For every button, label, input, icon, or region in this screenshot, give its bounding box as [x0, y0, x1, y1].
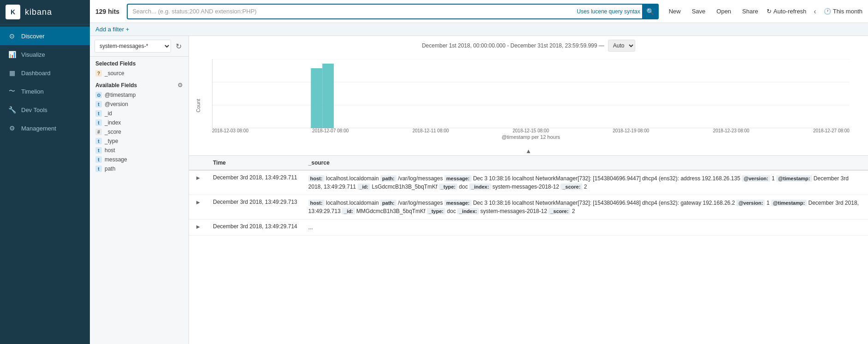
- source-key: path:: [380, 200, 396, 206]
- source-key: message:: [444, 175, 472, 182]
- field-name: _source: [105, 70, 124, 77]
- chart-wrapper: Count: [189, 55, 868, 147]
- field-name: path: [105, 166, 115, 172]
- time-picker-button[interactable]: 🕐 This month: [824, 8, 862, 15]
- kibana-logo-icon: K: [6, 5, 20, 19]
- sidebar-item-label: Timelion: [21, 88, 44, 95]
- chart-collapse-button[interactable]: ▲: [189, 147, 868, 155]
- results-tbody: ▶ December 3rd 2018, 13:49:29.711 host: …: [189, 170, 868, 236]
- x-tick: 2018-12-03 08:00: [212, 128, 248, 133]
- available-fields-title: Available Fields: [95, 82, 137, 89]
- field-item-@timestamp[interactable]: ⊙@timestamp: [90, 90, 189, 100]
- sidebar-item-management[interactable]: ⚙ Management: [0, 119, 90, 137]
- add-filter-button[interactable]: Add a filter +: [95, 26, 129, 33]
- field-item-message[interactable]: tmessage: [90, 155, 189, 164]
- auto-refresh-label: Auto-refresh: [774, 8, 807, 15]
- expand-row-button[interactable]: ▶: [195, 224, 202, 229]
- index-dropdown[interactable]: system-messages-*: [94, 40, 171, 53]
- share-button[interactable]: Share: [739, 6, 761, 17]
- nav-items: ⊙ Discover 📊 Visualize ▦ Dashboard 〜 Tim…: [0, 24, 90, 344]
- source-key: _score:: [561, 184, 582, 190]
- chart-area: December 1st 2018, 00:00:00.000 - Decemb…: [189, 36, 868, 156]
- sidebar-refresh-button[interactable]: ↻: [173, 41, 184, 52]
- expand-col-header: [189, 156, 207, 170]
- main-results: December 1st 2018, 00:00:00.000 - Decemb…: [189, 36, 868, 344]
- field-item-@version[interactable]: t@version: [90, 100, 189, 109]
- source-cell: host: localhost.localdomain path: /var/l…: [303, 170, 868, 195]
- field-type-q-icon: ?: [95, 70, 102, 77]
- source-key: _id:: [342, 208, 355, 214]
- field-item-_id[interactable]: t_id: [90, 109, 189, 118]
- expand-row-button[interactable]: ▶: [195, 200, 202, 205]
- auto-refresh-button[interactable]: ↻ Auto-refresh: [767, 8, 807, 15]
- table-row: ▶ December 3rd 2018, 13:49:29.714 ...: [189, 219, 868, 236]
- time-cell: December 3rd 2018, 13:49:29.711: [207, 170, 303, 195]
- prev-time-button[interactable]: ‹: [812, 6, 818, 17]
- source-key: host:: [308, 200, 325, 206]
- chart-x-axis: 2018-12-03 08:00 2018-12-07 08:00 2018-1…: [212, 128, 850, 133]
- source-cell: ...: [303, 219, 868, 236]
- devtools-icon: 🔧: [7, 105, 17, 114]
- source-key: _index:: [457, 208, 479, 214]
- nav-arrows: ‹: [812, 6, 818, 17]
- interval-select[interactable]: Auto: [608, 40, 635, 52]
- x-tick: 2018-12-19 08:00: [613, 128, 649, 133]
- fields-settings-button[interactable]: ⚙: [177, 82, 183, 89]
- field-item-_type[interactable]: t_type: [90, 136, 189, 146]
- results-table: Time _source ▶ December 3rd 2018, 13:49:…: [189, 156, 868, 236]
- source-key: host:: [308, 175, 325, 182]
- open-button[interactable]: Open: [714, 6, 734, 17]
- field-name: _type: [105, 138, 118, 144]
- source-key: path:: [380, 175, 396, 182]
- expand-cell: ▶: [189, 170, 207, 195]
- sidebar-item-devtools[interactable]: 🔧 Dev Tools: [0, 101, 90, 119]
- field-name: host: [105, 147, 115, 154]
- field-name: _id: [105, 110, 112, 117]
- source-key: @timestamp:: [776, 175, 812, 182]
- field-item-host[interactable]: thost: [90, 146, 189, 155]
- sidebar-item-timelion[interactable]: 〜 Timelion: [0, 82, 90, 101]
- field-name: @timestamp: [105, 92, 136, 98]
- selected-field-source[interactable]: ? _source: [90, 69, 189, 78]
- field-item-_score[interactable]: #_score: [90, 127, 189, 136]
- chevron-up-icon: ▲: [526, 148, 531, 154]
- field-name: message: [105, 156, 127, 163]
- chart-x-label: @timestamp per 12 hours: [212, 133, 850, 141]
- sidebar: system-messages-* ↻ Selected Fields ? _s…: [90, 36, 189, 344]
- content-area: system-messages-* ↻ Selected Fields ? _s…: [90, 36, 868, 344]
- date-range-text: December 1st 2018, 00:00:00.000 - Decemb…: [422, 42, 604, 49]
- source-cell: host: localhost.localdomain path: /var/l…: [303, 195, 868, 219]
- time-cell: December 3rd 2018, 13:49:29.714: [207, 219, 303, 236]
- sidebar-item-discover[interactable]: ⊙ Discover: [0, 27, 90, 45]
- hits-count: 129 hits: [95, 8, 119, 15]
- sidebar-item-label: Dashboard: [21, 70, 51, 77]
- source-key: @version:: [742, 175, 770, 182]
- new-button[interactable]: New: [666, 6, 684, 17]
- field-type-icon: t: [95, 156, 102, 163]
- field-type-icon: t: [95, 110, 102, 117]
- histogram-chart: [212, 59, 850, 128]
- search-container: Uses lucene query syntax 🔍: [127, 4, 659, 19]
- results-table-area[interactable]: Time _source ▶ December 3rd 2018, 13:49:…: [189, 156, 868, 344]
- source-col-header[interactable]: _source: [303, 156, 868, 170]
- x-tick: 2018-12-15 08:00: [513, 128, 549, 133]
- field-item-_index[interactable]: t_index: [90, 118, 189, 127]
- kibana-logo-text: kibana: [25, 7, 52, 17]
- selected-fields-title: Selected Fields: [90, 57, 189, 69]
- management-icon: ⚙: [7, 124, 17, 133]
- expand-row-button[interactable]: ▶: [195, 175, 202, 180]
- field-type-icon: t: [95, 101, 102, 107]
- date-range-bar: December 1st 2018, 00:00:00.000 - Decemb…: [189, 36, 868, 55]
- field-type-icon: t: [95, 138, 102, 144]
- top-actions: New Save Open Share ↻ Auto-refresh ‹ 🕐 T…: [666, 6, 862, 17]
- field-item-path[interactable]: tpath: [90, 164, 189, 173]
- time-col-header[interactable]: Time: [207, 156, 303, 170]
- save-button[interactable]: Save: [689, 6, 709, 17]
- sidebar-item-dashboard[interactable]: ▦ Dashboard: [0, 64, 90, 82]
- search-syntax-hint: Uses lucene query syntax: [577, 8, 640, 15]
- sidebar-item-label: Visualize: [21, 51, 45, 58]
- sidebar-item-visualize[interactable]: 📊 Visualize: [0, 45, 90, 64]
- source-key: @timestamp:: [771, 200, 807, 206]
- search-button[interactable]: 🔍: [642, 4, 659, 19]
- top-bar: 129 hits Uses lucene query syntax 🔍 New …: [90, 0, 868, 23]
